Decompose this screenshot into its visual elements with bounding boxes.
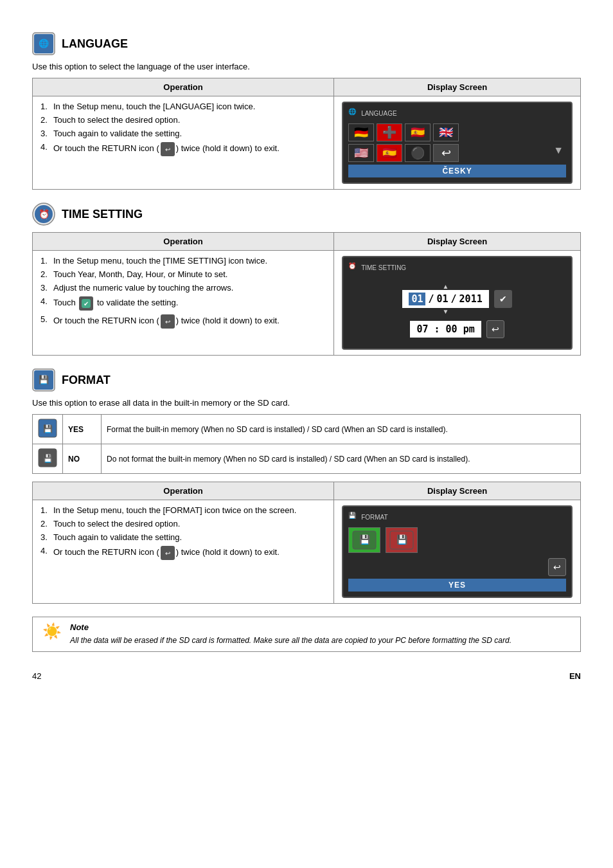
note-content: Note All the data will be erased if the … [70, 622, 511, 646]
footer: 42 EN [32, 665, 581, 681]
format-screen-icon: 💾 [348, 512, 359, 522]
page-number: 42 [32, 671, 41, 681]
note-icon: ☀️ [40, 622, 64, 640]
language-table-op-header: Operation [33, 78, 334, 96]
time-ops: 1. In the Setup menu, touch the [TIME SE… [33, 251, 334, 356]
format-section: 💾 FORMAT Use this option to erase all da… [32, 368, 581, 604]
language-section: 🌐 LANGUAGE Use this option to select the… [32, 32, 581, 190]
language-screen: 🌐 LANGUAGE 🇩🇪 ➕ 🇪🇸 🇬🇧 🇺🇸 [334, 96, 581, 190]
format-options-table: 💾 YES Format the built-in memory (When n… [32, 414, 581, 474]
time-step-1: 1. In the Setup menu, touch the [TIME SE… [40, 256, 326, 266]
note-section: ☀️ Note All the data will be erased if t… [32, 617, 581, 652]
format-icons-row: 💾 💾 [348, 527, 566, 553]
return-icon-format: ↩ [161, 546, 175, 560]
format-instruction-table: Operation Display Screen 1. In the Setup… [32, 482, 581, 604]
time-screen-content: ▲ 01 / 01 / 2011 ▼ [348, 278, 566, 343]
svg-text:💾: 💾 [43, 453, 53, 463]
format-table-screen-header: Display Screen [334, 482, 581, 500]
format-step-3: 3. Touch again to validate the setting. [40, 532, 326, 542]
language-step-3: 3. Touch again to validate the setting. [40, 129, 326, 138]
format-table-op-header: Operation [33, 482, 334, 500]
time-time-display: 07 : 00 pm [410, 321, 481, 338]
format-step-2: 2. Touch to select the desired option. [40, 519, 326, 529]
note-title: Note [70, 622, 511, 632]
time-time-row: 07 : 00 pm ↩ [410, 320, 504, 338]
format-bar: YES [348, 579, 566, 592]
language-screen-icon: 🌐 [348, 108, 359, 118]
format-icon-yes: 💾 [348, 527, 380, 553]
language-flags-row2: 🇺🇸 🇪🇸 ⚫ ↩ [348, 144, 566, 162]
svg-text:↩: ↩ [165, 318, 170, 325]
svg-text:↩: ↩ [165, 146, 170, 153]
return-icon-time: ↩ [161, 314, 175, 329]
format-description: Use this option to erase all data in the… [32, 398, 581, 408]
time-steps-list: 1. In the Setup menu, touch the [TIME SE… [40, 256, 326, 329]
date-separator2: / [451, 293, 457, 305]
note-text: All the data will be erased if the SD ca… [70, 635, 511, 646]
format-no-row: 💾 NO Do not format the built-in memory (… [33, 444, 581, 474]
flag-us: 🇺🇸 [348, 144, 374, 162]
format-icon: 💾 [32, 368, 55, 392]
flag-uk: 🇬🇧 [433, 123, 459, 141]
language-steps-list: 1. In the Setup menu, touch the [LANGUAG… [40, 102, 326, 156]
time-step-5: 5. Or touch the RETURN icon (↩) twice (h… [40, 314, 326, 329]
format-step-4: 4. Or touch the RETURN icon (↩) twice (h… [40, 546, 326, 560]
format-title: FORMAT [62, 374, 111, 387]
language-flags-row1: 🇩🇪 ➕ 🇪🇸 🇬🇧 [348, 123, 566, 141]
language-step-4: 4. Or touch the RETURN icon (↩) twice (h… [40, 142, 326, 156]
format-display: 💾 FORMAT 💾 💾 [342, 505, 573, 598]
format-header: 💾 FORMAT [32, 368, 581, 392]
format-icon-no: 💾 [386, 527, 418, 553]
date-month: 01 [437, 293, 449, 305]
language-table: Operation Display Screen 1. In the Setup… [32, 78, 581, 190]
time-display: ⏰ TIME SETTING ▲ 01 / 01 [342, 256, 573, 350]
flag-es: 🇪🇸 [405, 123, 431, 141]
time-step-4: 4. Touch ✔ to validate the setting. [40, 296, 326, 311]
format-yes-label: YES [63, 415, 102, 444]
format-step-1: 1. In the Setup menu, touch the [FORMAT]… [40, 505, 326, 515]
svg-text:💾: 💾 [396, 534, 408, 545]
date-year: 2011 [459, 293, 483, 305]
language-title: LANGUAGE [62, 37, 128, 51]
format-ops: 1. In the Setup menu, touch the [FORMAT]… [33, 500, 334, 604]
language-header: 🌐 LANGUAGE [32, 32, 581, 55]
return-btn-format[interactable]: ↩ [548, 558, 566, 576]
time-setting-icon: ⏰ [32, 203, 55, 226]
time-date-row: ▲ 01 / 01 / 2011 ▼ [402, 283, 511, 315]
format-yes-desc: Format the built-in memory (When no SD c… [102, 415, 581, 444]
time-screen-title: ⏰ TIME SETTING [348, 262, 566, 273]
flag-de: 🇩🇪 [348, 123, 374, 141]
time-setting-header: ⏰ TIME SETTING [32, 203, 581, 226]
format-yes-icon-cell: 💾 [33, 415, 63, 444]
scroll-arrow-lang: ▼ [553, 145, 564, 156]
language-step-1: 1. In the Setup menu, touch the [LANGUAG… [40, 102, 326, 111]
svg-text:↩: ↩ [165, 550, 170, 557]
time-step-3: 3. Adjust the numeric value by touching … [40, 283, 326, 293]
time-step-2: 2. Touch Year, Month, Day, Hour, or Minu… [40, 269, 326, 279]
time-setting-table: Operation Display Screen 1. In the Setup… [32, 232, 581, 356]
svg-text:🌐: 🌐 [39, 38, 49, 49]
format-screen: 💾 FORMAT 💾 💾 [334, 500, 581, 604]
time-setting-section: ⏰ TIME SETTING Operation Display Screen … [32, 203, 581, 356]
svg-text:💾: 💾 [43, 424, 53, 433]
time-table-screen-header: Display Screen [334, 233, 581, 251]
time-table-op-header: Operation [33, 233, 334, 251]
language-step-2: 2. Touch to select the desired option. [40, 115, 326, 125]
language-code: EN [569, 671, 581, 681]
time-date-display: 01 / 01 / 2011 [402, 290, 488, 308]
svg-text:💾: 💾 [39, 374, 49, 385]
language-screen-title: 🌐 LANGUAGE [348, 108, 566, 118]
format-steps-list: 1. In the Setup menu, touch the [FORMAT]… [40, 505, 326, 560]
language-table-screen-header: Display Screen [334, 78, 581, 96]
time-setting-title: TIME SETTING [62, 208, 143, 221]
return-icon-lang: ↩ [161, 142, 175, 156]
validate-btn-time[interactable]: ✔ [494, 290, 512, 308]
checkmark-icon-time: ✔ [79, 296, 93, 311]
return-btn-time[interactable]: ↩ [486, 320, 504, 338]
language-icon: 🌐 [32, 32, 55, 55]
svg-text:⏰: ⏰ [39, 209, 50, 220]
svg-text:💾: 💾 [359, 534, 371, 545]
flag-dark: ⚫ [405, 144, 431, 162]
format-screen-title: 💾 FORMAT [348, 512, 566, 522]
date-separator1: / [428, 293, 434, 305]
